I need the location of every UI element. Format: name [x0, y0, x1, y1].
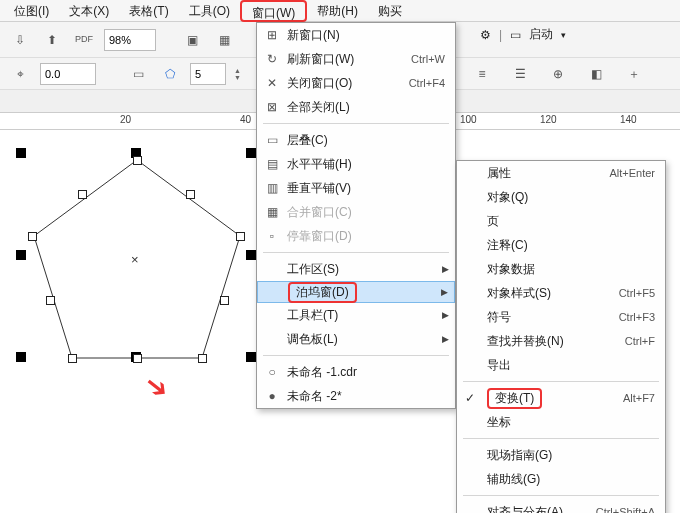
menubar: 位图(I) 文本(X) 表格(T) 工具(O) 窗口(W) 帮助(H) 购买: [0, 0, 680, 22]
dockers-submenu: 属性Alt+Enter 对象(Q) 页 注释(C) 对象数据 对象样式(S)Ct…: [456, 160, 666, 513]
ruler-tick: 140: [620, 114, 637, 125]
chevron-right-icon: ▶: [442, 334, 449, 344]
dock-icon: ▫: [263, 229, 281, 243]
mi-close-all[interactable]: ⊠全部关闭(L): [257, 95, 455, 119]
mi-object-styles[interactable]: 对象样式(S)Ctrl+F5: [457, 281, 665, 305]
ruler-tick: 100: [460, 114, 477, 125]
mi-refresh-window[interactable]: ↻刷新窗口(W)Ctrl+W: [257, 47, 455, 71]
zoom-input[interactable]: [104, 29, 156, 51]
mi-new-window[interactable]: ⊞新窗口(N): [257, 23, 455, 47]
ruler-tick: 40: [240, 114, 251, 125]
menu-buy[interactable]: 购买: [368, 0, 412, 22]
mi-transform[interactable]: 变换(T)Alt+F7: [457, 386, 665, 410]
origin-icon[interactable]: ⌖: [8, 62, 32, 86]
menu-bitmap[interactable]: 位图(I): [4, 0, 59, 22]
launch-dropdown[interactable]: ⚙ | ▭ 启动 ▾: [480, 26, 566, 43]
mi-live-guides[interactable]: 现场指南(G): [457, 443, 665, 467]
mi-tile-v[interactable]: ▥垂直平铺(V): [257, 176, 455, 200]
gear-icon: ⚙: [480, 28, 491, 42]
mi-guidelines[interactable]: 辅助线(G): [457, 467, 665, 491]
selected-polygon[interactable]: [12, 136, 272, 396]
mi-symbols[interactable]: 符号Ctrl+F3: [457, 305, 665, 329]
chevron-down-icon: ▾: [561, 30, 566, 40]
pdf-icon[interactable]: PDF: [72, 28, 96, 52]
grid-icon[interactable]: ▦: [212, 28, 236, 52]
order-icon[interactable]: ☰: [508, 62, 532, 86]
mi-dock-window: ▫停靠窗口(D): [257, 224, 455, 248]
mi-workspace[interactable]: 工作区(S)▶: [257, 257, 455, 281]
mi-cascade[interactable]: ▭层叠(C): [257, 128, 455, 152]
polygon-icon[interactable]: ⬠: [158, 62, 182, 86]
radio-on-icon: ●: [263, 389, 281, 403]
mi-coordinates[interactable]: 坐标: [457, 410, 665, 434]
mi-tile-h[interactable]: ▤水平平铺(H): [257, 152, 455, 176]
mi-align-distribute[interactable]: 对齐与分布(A)Ctrl+Shift+A: [457, 500, 665, 513]
mi-dockers[interactable]: 泊坞窗(D)▶: [257, 281, 455, 303]
launch-label: 启动: [529, 26, 553, 43]
chevron-right-icon: ▶: [442, 264, 449, 274]
ruler-tick: 120: [540, 114, 557, 125]
fullscreen-icon[interactable]: ▣: [180, 28, 204, 52]
menu-tools[interactable]: 工具(O): [179, 0, 240, 22]
mi-doc-1[interactable]: ○未命名 -1.cdr: [257, 360, 455, 384]
menu-text[interactable]: 文本(X): [59, 0, 119, 22]
export-icon[interactable]: ⇩: [8, 28, 32, 52]
menu-window[interactable]: 窗口(W): [240, 0, 307, 22]
mi-objects[interactable]: 对象(Q): [457, 185, 665, 209]
mi-object-data[interactable]: 对象数据: [457, 257, 665, 281]
tile-v-icon: ▥: [263, 181, 281, 195]
rect-icon[interactable]: ▭: [126, 62, 150, 86]
object-center-marker: ×: [131, 252, 139, 267]
close-icon: ✕: [263, 76, 281, 90]
chevron-right-icon: ▶: [442, 310, 449, 320]
coord-input[interactable]: [40, 63, 96, 85]
publish-icon[interactable]: ⬆: [40, 28, 64, 52]
sides-stepper[interactable]: ▲▼: [234, 67, 241, 81]
merge-icon: ▦: [263, 205, 281, 219]
mi-close-window[interactable]: ✕关闭窗口(O)Ctrl+F4: [257, 71, 455, 95]
mi-doc-2[interactable]: ●未命名 -2*: [257, 384, 455, 408]
tile-h-icon: ▤: [263, 157, 281, 171]
align-icon[interactable]: ≡: [470, 62, 494, 86]
mi-comments[interactable]: 注释(C): [457, 233, 665, 257]
mi-toolbars[interactable]: 工具栏(T)▶: [257, 303, 455, 327]
chevron-right-icon: ▶: [441, 287, 448, 297]
mi-merge-window: ▦合并窗口(C): [257, 200, 455, 224]
menu-help[interactable]: 帮助(H): [307, 0, 368, 22]
ruler-tick: 20: [120, 114, 131, 125]
sides-input[interactable]: [190, 63, 226, 85]
mi-find-replace[interactable]: 查找并替换(N)Ctrl+F: [457, 329, 665, 353]
mi-export[interactable]: 导出: [457, 353, 665, 377]
window-icon: ⊞: [263, 28, 281, 42]
overlap-icon[interactable]: ◧: [584, 62, 608, 86]
add-icon[interactable]: ＋: [622, 62, 646, 86]
radio-off-icon: ○: [263, 365, 281, 379]
refresh-icon: ↻: [263, 52, 281, 66]
wrap-icon[interactable]: ⊕: [546, 62, 570, 86]
toolbar-right-icons: ≡ ☰ ⊕ ◧ ＋: [470, 58, 646, 90]
panel-icon: ▭: [510, 28, 521, 42]
mi-properties[interactable]: 属性Alt+Enter: [457, 161, 665, 185]
window-menu: ⊞新窗口(N) ↻刷新窗口(W)Ctrl+W ✕关闭窗口(O)Ctrl+F4 ⊠…: [256, 22, 456, 409]
mi-palettes[interactable]: 调色板(L)▶: [257, 327, 455, 351]
close-all-icon: ⊠: [263, 100, 281, 114]
menu-table[interactable]: 表格(T): [119, 0, 178, 22]
mi-pages[interactable]: 页: [457, 209, 665, 233]
cascade-icon: ▭: [263, 133, 281, 147]
